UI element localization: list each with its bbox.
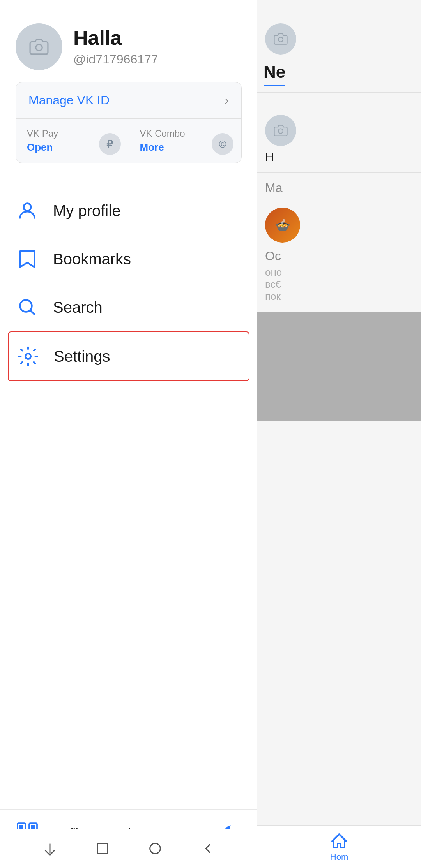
right-ne-text: Ne: [264, 62, 285, 86]
left-panel: Halla @id717966177 Manage VK ID › VK Pay…: [0, 0, 257, 868]
profile-info: Halla @id717966177: [73, 27, 158, 67]
right-text-block: Ос оно вс€ пок: [257, 249, 421, 303]
separator-2: [257, 172, 421, 173]
right-ono-text: оно: [265, 266, 413, 278]
svg-rect-14: [97, 843, 108, 854]
svg-point-3: [25, 354, 31, 359]
sidebar-item-my-profile[interactable]: My profile: [0, 187, 257, 235]
home-icon: [330, 832, 348, 850]
chevron-right-icon: ›: [225, 93, 229, 107]
svg-rect-5: [19, 825, 23, 829]
profile-name: Halla: [73, 27, 158, 49]
menu-items: My profile Bookmarks Search: [0, 179, 257, 809]
right-avatar-top: [265, 23, 296, 55]
right-ma-text: Ma: [257, 181, 421, 201]
right-camera-icon: [274, 32, 288, 46]
manage-vkid-label: Manage VK ID: [28, 93, 110, 107]
svg-point-16: [278, 37, 283, 42]
vk-services-row: VK Pay Open ₽ VK Combo More ©: [16, 119, 241, 163]
right-nav-bottom: Hom: [257, 825, 421, 868]
right-avatar-second: [265, 115, 296, 146]
avatar[interactable]: [16, 23, 62, 70]
profile-id: @id717966177: [73, 52, 158, 67]
manage-vkid-row[interactable]: Manage VK ID ›: [16, 82, 241, 119]
nav-down-button[interactable]: [40, 839, 60, 858]
svg-point-0: [36, 44, 42, 51]
search-label: Search: [53, 299, 103, 316]
svg-rect-7: [31, 825, 35, 829]
separator-1: [257, 92, 421, 93]
bookmark-icon: [16, 247, 39, 271]
search-icon: [16, 296, 39, 319]
nav-circle-button[interactable]: [145, 839, 165, 858]
right-gray-block: [257, 312, 421, 421]
right-food-image: 🍲: [265, 208, 300, 243]
sidebar-item-search[interactable]: Search: [0, 283, 257, 331]
nav-back-button[interactable]: [198, 839, 218, 858]
my-profile-label: My profile: [53, 202, 120, 220]
right-ne-section: Ne: [257, 62, 421, 86]
vk-combo-icon: ©: [212, 133, 233, 155]
sidebar-item-settings[interactable]: Settings: [8, 331, 249, 381]
vk-pay-service[interactable]: VK Pay Open ₽: [16, 119, 129, 163]
camera-icon: [29, 37, 49, 56]
profile-icon: [16, 199, 39, 222]
home-nav-item[interactable]: Hom: [330, 832, 348, 862]
right-oc-text: Ос: [265, 249, 413, 263]
nav-square-button[interactable]: [93, 839, 112, 858]
svg-point-17: [278, 129, 283, 134]
svg-point-15: [150, 843, 160, 854]
profile-section: Halla @id717966177: [0, 0, 257, 82]
vk-pay-icon: ₽: [99, 133, 121, 155]
home-nav-label: Hom: [330, 852, 348, 862]
bookmarks-label: Bookmarks: [53, 250, 131, 268]
right-pok-text: пок: [265, 291, 413, 303]
vkid-card: Manage VK ID › VK Pay Open ₽ VK Combo Mo…: [16, 82, 242, 163]
gear-icon: [16, 345, 40, 368]
sidebar-item-bookmarks[interactable]: Bookmarks: [0, 235, 257, 283]
right-panel: Ne H Ma 🍲 Ос оно вс€ пок: [257, 0, 421, 868]
right-h-text: H: [257, 150, 421, 164]
right-vse-text: вс€: [265, 278, 413, 291]
settings-label: Settings: [54, 348, 110, 365]
svg-point-1: [24, 203, 31, 211]
system-nav: [0, 829, 257, 868]
right-camera-icon-2: [274, 123, 288, 137]
vk-combo-service[interactable]: VK Combo More ©: [129, 119, 242, 163]
